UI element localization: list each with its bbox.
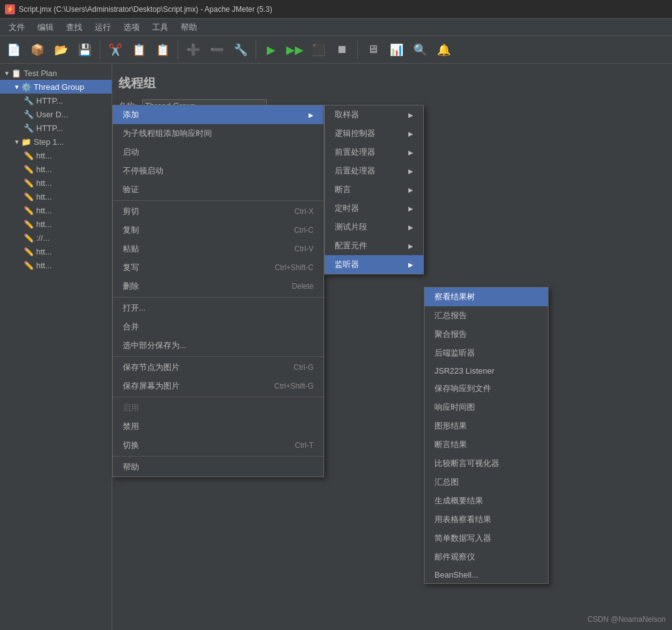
- toolbar-run-no-pause[interactable]: ▶▶: [284, 39, 306, 61]
- menu-open[interactable]: 打开...: [113, 299, 324, 317]
- menu-bar-item-查找[interactable]: 查找: [60, 19, 89, 36]
- tree-item-htt6[interactable]: ✏️ htt...: [0, 217, 112, 231]
- menu-copy[interactable]: 复制 Ctrl-C: [113, 221, 324, 240]
- tree-item-step1[interactable]: ▼ 📁 Step 1...: [0, 135, 112, 148]
- toolbar-cut[interactable]: ✂️: [104, 39, 127, 61]
- toolbar-paste[interactable]: 📋: [151, 39, 174, 61]
- menu-delete[interactable]: 删除 Delete: [113, 277, 324, 296]
- mail-observer-label: 邮件观察仪: [434, 551, 475, 563]
- listener-simple-writer[interactable]: 简单数据写入器: [425, 529, 548, 548]
- toolbar-remote[interactable]: 🖥: [362, 39, 384, 61]
- listener-compare-visualizer[interactable]: 比较断言可视化器: [425, 454, 548, 473]
- tree-item-http2[interactable]: 🔧 HTTP...: [0, 121, 112, 135]
- menu-add-response-time[interactable]: 为子线程组添加响应时间: [113, 124, 324, 143]
- menu-start-no-pause[interactable]: 不停顿启动: [113, 162, 324, 180]
- listener-view-results-tree[interactable]: 察看结果树: [425, 288, 548, 306]
- menu-bar-item-工具[interactable]: 工具: [146, 19, 175, 36]
- toolbar-templates[interactable]: 📦: [26, 39, 49, 61]
- submenu-config[interactable]: 配置元件 ▶: [325, 236, 423, 255]
- tree-item-htt3[interactable]: ✏️ htt...: [0, 176, 112, 190]
- menu-bar-item-选项[interactable]: 选项: [117, 19, 146, 36]
- listener-beanshell[interactable]: BeanShell...: [425, 566, 548, 583]
- tree-label-url: ://...: [36, 233, 50, 243]
- menu-cut[interactable]: 剪切 Ctrl-X: [113, 202, 324, 221]
- menu-add[interactable]: 添加 ▶: [113, 105, 324, 124]
- toolbar-stop[interactable]: ⬛: [307, 39, 330, 61]
- tree-item-url[interactable]: ✏️ ://...: [0, 231, 112, 245]
- submenu-timer[interactable]: 定时器 ▶: [325, 199, 423, 218]
- listener-table-results[interactable]: 用表格察看结果: [425, 510, 548, 529]
- tree-item-test-plan[interactable]: ▼ 📋 Test Plan: [0, 66, 112, 80]
- menu-duplicate[interactable]: 复写 Ctrl+Shift-C: [113, 258, 324, 277]
- listener-graph-results[interactable]: 图形结果: [425, 417, 548, 435]
- submenu-pre-processor[interactable]: 前置处理器 ▶: [325, 143, 423, 162]
- tree-item-user-d[interactable]: 🔧 User D...: [0, 107, 112, 121]
- menu-start[interactable]: 启动: [113, 143, 324, 162]
- summary-graph-label: 汇总图: [434, 477, 459, 488]
- submenu-assertion[interactable]: 断言 ▶: [325, 180, 423, 199]
- tree-label-thread-group: Thread Group: [34, 82, 84, 92]
- htt8-icon: ✏️: [24, 260, 34, 270]
- tree-item-thread-group[interactable]: ▼ ⚙️ Thread Group: [0, 80, 112, 94]
- assertion-arrow: ▶: [408, 187, 413, 193]
- menu-disable[interactable]: 禁用: [113, 417, 324, 436]
- menu-bar-item-文件[interactable]: 文件: [2, 19, 31, 36]
- menu-help[interactable]: 帮助: [113, 458, 324, 477]
- listener-jsr223[interactable]: JSR223 Listener: [425, 362, 548, 379]
- listener-mail-observer[interactable]: 邮件观察仪: [425, 548, 548, 566]
- tree-item-htt4[interactable]: ✏️ htt...: [0, 190, 112, 203]
- listener-generate-summary[interactable]: 生成概要结果: [425, 492, 548, 510]
- submenu-logic-controller[interactable]: 逻辑控制器 ▶: [325, 124, 423, 143]
- listener-aggregate-report[interactable]: 聚合报告: [425, 325, 548, 344]
- tree-label-http1: HTTP...: [36, 96, 63, 105]
- toolbar-save[interactable]: 💾: [74, 39, 96, 61]
- menu-paste[interactable]: 粘贴 Ctrl-V: [113, 240, 324, 258]
- menu-bar-item-编辑[interactable]: 编辑: [31, 19, 60, 36]
- submenu-test-fragment[interactable]: 测试片段 ▶: [325, 218, 423, 236]
- tree-item-htt7[interactable]: ✏️ htt...: [0, 245, 112, 258]
- toolbar-help[interactable]: 🔔: [433, 39, 455, 61]
- tree-label-http2: HTTP...: [36, 124, 63, 133]
- menu-toggle[interactable]: 切换 Ctrl-T: [113, 436, 324, 455]
- tree-item-htt5[interactable]: ✏️ htt...: [0, 203, 112, 217]
- timer-arrow: ▶: [408, 205, 413, 212]
- menu-enable: 启用: [113, 399, 324, 417]
- toolbar-search[interactable]: 🔍: [409, 39, 431, 61]
- menu-bar-item-帮助[interactable]: 帮助: [175, 19, 203, 36]
- htt5-icon: ✏️: [24, 205, 34, 215]
- toolbar-shutdown[interactable]: ⏹: [331, 39, 353, 61]
- listener-backend[interactable]: 后端监听器: [425, 344, 548, 362]
- menu-save-node-img[interactable]: 保存节点为图片 Ctrl-G: [113, 358, 324, 377]
- submenu-sampler[interactable]: 取样器 ▶: [325, 105, 423, 124]
- toolbar-copy[interactable]: 📋: [128, 39, 150, 61]
- tree-item-htt8[interactable]: ✏️ htt...: [0, 258, 112, 272]
- htt2-icon: ✏️: [24, 164, 34, 174]
- toolbar-run[interactable]: ▶: [260, 39, 282, 61]
- listener-summary-report[interactable]: 汇总报告: [425, 306, 548, 325]
- menu-save-selection[interactable]: 选中部分保存为...: [113, 336, 324, 355]
- toolbar-toggle[interactable]: 🔧: [229, 39, 252, 61]
- toolbar-expand[interactable]: ➕: [182, 39, 204, 61]
- tree-item-htt1[interactable]: ✏️ htt...: [0, 148, 112, 162]
- listener-save-response[interactable]: 保存响应到文件: [425, 379, 548, 398]
- listener-response-time[interactable]: 响应时间图: [425, 398, 548, 417]
- listener-assertion-results[interactable]: 断言结果: [425, 435, 548, 454]
- sampler-arrow: ▶: [408, 112, 413, 119]
- pre-arrow: ▶: [408, 149, 413, 156]
- submenu-listener[interactable]: 监听器 ▶: [325, 255, 423, 274]
- menu-save-screen-img[interactable]: 保存屏幕为图片 Ctrl+Shift-G: [113, 377, 324, 395]
- toolbar-new[interactable]: 📄: [2, 39, 25, 61]
- menu-merge[interactable]: 合并: [113, 317, 324, 336]
- config-label: 配置元件: [335, 240, 367, 251]
- tree-item-htt2[interactable]: ✏️ htt...: [0, 162, 112, 176]
- listener-label: 监听器: [335, 259, 359, 270]
- listener-summary-graph[interactable]: 汇总图: [425, 473, 548, 492]
- menu-bar-item-运行[interactable]: 运行: [89, 19, 117, 36]
- watermark: CSDN @NoamaNelson: [587, 615, 666, 624]
- tree-item-http1[interactable]: 🔧 HTTP...: [0, 94, 112, 107]
- toolbar-collapse[interactable]: ➖: [206, 39, 228, 61]
- toolbar-remote-stop[interactable]: 📊: [385, 39, 408, 61]
- menu-validate[interactable]: 验证: [113, 180, 324, 199]
- submenu-post-processor[interactable]: 后置处理器 ▶: [325, 162, 423, 180]
- toolbar-open[interactable]: 📂: [50, 39, 72, 61]
